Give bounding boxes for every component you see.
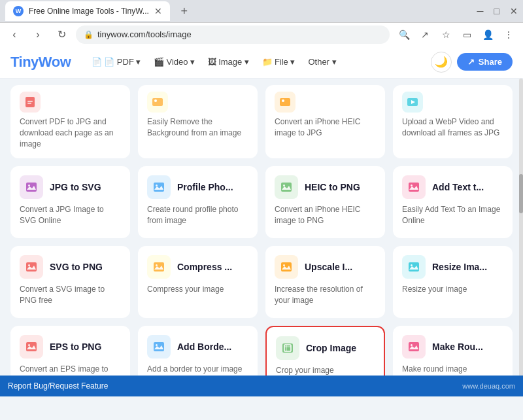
- card-resize[interactable]: Resize Ima... Resize your image: [393, 246, 513, 318]
- card-header-resize: Resize Ima...: [402, 255, 503, 279]
- scrollbar-thumb[interactable]: [519, 174, 523, 213]
- card-header-svg-to-png: SVG to PNG: [20, 255, 121, 279]
- nav-file-label: File ▾: [275, 57, 295, 67]
- card-title-make-round: Make Rou...: [432, 341, 483, 352]
- search-icon[interactable]: 🔍: [395, 26, 413, 44]
- nav-video[interactable]: 🎬Video ▾: [148, 54, 200, 69]
- card-desc-svg-to-png: Convert a SVG image to PNG free: [20, 284, 121, 306]
- card-header-profile-photo: Profile Pho...: [147, 175, 248, 199]
- back-button[interactable]: ‹: [5, 26, 24, 44]
- card-header-add-text: Add Text t...: [402, 175, 503, 199]
- nav-video-label: Video ▾: [166, 57, 195, 67]
- partial-card-webp[interactable]: Upload a WebP Video and download all fra…: [393, 85, 513, 158]
- card-title-add-border: Add Borde...: [177, 341, 231, 352]
- partial-icon-pdf: [20, 92, 41, 113]
- card-title-eps-to-png: EPS to PNG: [50, 341, 101, 352]
- card-header-add-border: Add Borde...: [147, 335, 248, 359]
- nav-file[interactable]: 📁File ▾: [257, 54, 301, 69]
- url-input[interactable]: 🔒 tinywow.com/tools/image: [76, 26, 390, 44]
- nav-pdf[interactable]: 📄📄 PDF ▾: [86, 54, 146, 69]
- svg-rect-33: [26, 342, 37, 351]
- partial-icon-heic-jpg: [275, 92, 295, 113]
- svg-point-22: [28, 264, 30, 266]
- tab-close-button[interactable]: ✕: [154, 6, 162, 16]
- svg-point-25: [156, 264, 158, 266]
- partial-card-convert-pdf[interactable]: Convert PDF to JPG and download each pag…: [10, 85, 130, 158]
- svg-point-37: [156, 344, 158, 346]
- top-partial-row: Convert PDF to JPG and download each pag…: [10, 85, 513, 158]
- partial-card-remove-bg[interactable]: Easily Remove the Background from an ima…: [138, 85, 258, 158]
- menu-icon[interactable]: ⋮: [499, 26, 518, 44]
- share-icon[interactable]: ↗: [416, 26, 434, 44]
- reload-button[interactable]: ↻: [52, 26, 71, 44]
- sidebar-icon[interactable]: ▭: [458, 26, 476, 44]
- svg-rect-24: [154, 262, 164, 271]
- site-nav: TinyWow 📄📄 PDF ▾ 🎬Video ▾ 🖼Image ▾ 📁File…: [0, 46, 523, 79]
- tools-grid: JPG to SVG Convert a JPG Image to SVG On…: [10, 166, 513, 396]
- forward-button[interactable]: ›: [29, 26, 47, 44]
- card-desc-compress: Compress your image: [147, 284, 248, 295]
- card-compress[interactable]: Compress ... Compress your image: [138, 246, 258, 318]
- site-logo[interactable]: TinyWow: [10, 54, 71, 71]
- nav-other[interactable]: Other ▾: [303, 54, 341, 69]
- svg-rect-36: [154, 342, 164, 351]
- card-desc-profile-photo: Create round profile photo from image: [147, 204, 248, 226]
- svg-rect-2: [27, 103, 31, 104]
- card-icon-compress: [147, 255, 171, 279]
- title-bar: W Free Online Image Tools - TinyW... ✕ +…: [0, 0, 523, 22]
- url-text: tinywow.com/tools/image: [97, 29, 192, 39]
- card-desc-crop-image: Crop your image: [276, 365, 375, 376]
- card-header-upscale: Upscale I...: [275, 255, 376, 279]
- address-bar: ‹ › ↻ 🔒 tinywow.com/tools/image 🔍 ↗ ☆ ▭ …: [0, 22, 523, 46]
- card-profile-photo[interactable]: Profile Pho... Create round profile phot…: [138, 166, 258, 238]
- card-jpg-to-svg[interactable]: JPG to SVG Convert a JPG Image to SVG On…: [10, 166, 130, 238]
- card-title-add-text: Add Text t...: [432, 182, 484, 192]
- new-tab-button[interactable]: +: [175, 2, 194, 20]
- card-svg-to-png[interactable]: SVG to PNG Convert a SVG image to PNG fr…: [10, 246, 130, 318]
- card-title-svg-to-png: SVG to PNG: [50, 262, 103, 272]
- nav-image[interactable]: 🖼Image ▾: [203, 54, 254, 69]
- maximize-button[interactable]: □: [494, 6, 499, 16]
- card-upscale[interactable]: Upscale I... Increase the resolution of …: [265, 246, 385, 318]
- card-title-upscale: Upscale I...: [305, 262, 352, 272]
- card-header-eps-to-png: EPS to PNG: [20, 335, 121, 359]
- share-button[interactable]: ↗ Share: [457, 53, 513, 71]
- minimize-button[interactable]: ─: [477, 6, 484, 16]
- svg-point-6: [282, 99, 284, 102]
- address-actions: 🔍 ↗ ☆ ▭ 👤 ⋮: [395, 26, 518, 44]
- card-desc-make-round: Make round image: [402, 364, 503, 375]
- theme-toggle-button[interactable]: 🌙: [431, 52, 452, 73]
- page-scrollbar[interactable]: [519, 79, 523, 396]
- card-desc-add-border: Add a border to your image: [147, 364, 248, 375]
- svg-rect-18: [409, 183, 419, 192]
- card-title-crop-image: Crop Image: [306, 343, 356, 353]
- bottom-bar: Report Bug/Request Feature www.deuaq.com: [0, 376, 523, 396]
- profile-icon[interactable]: 👤: [479, 26, 497, 44]
- logo-text: TinyWow: [10, 54, 71, 70]
- svg-point-13: [156, 184, 158, 186]
- svg-point-19: [411, 184, 413, 186]
- card-desc-upscale: Increase the resolution of your image: [275, 284, 376, 306]
- svg-rect-0: [25, 97, 35, 107]
- bookmark-icon[interactable]: ☆: [437, 26, 455, 44]
- card-icon-profile-photo: [147, 175, 171, 199]
- nav-links: 📄📄 PDF ▾ 🎬Video ▾ 🖼Image ▾ 📁File ▾ Other…: [86, 54, 341, 69]
- svg-rect-15: [281, 183, 292, 192]
- card-add-text[interactable]: Add Text t... Easily Add Text To an Imag…: [393, 166, 513, 238]
- partial-card-heic-jpg[interactable]: Convert an iPhone HEIC image to JPG: [265, 85, 385, 158]
- card-heic-to-png[interactable]: HEIC to PNG Convert an iPhone HEIC image…: [265, 166, 385, 238]
- tools-grid-area: Convert PDF to JPG and download each pag…: [0, 79, 523, 396]
- browser-tab[interactable]: W Free Online Image Tools - TinyW... ✕: [5, 1, 170, 21]
- card-icon-add-border: [147, 335, 171, 359]
- svg-rect-43: [409, 342, 419, 351]
- report-bug-label[interactable]: Report Bug/Request Feature: [8, 381, 108, 391]
- nav-pdf-label: 📄 PDF ▾: [104, 57, 141, 67]
- page-content: TinyWow 📄📄 PDF ▾ 🎬Video ▾ 🖼Image ▾ 📁File…: [0, 46, 523, 396]
- browser-frame: W Free Online Image Tools - TinyW... ✕ +…: [0, 0, 523, 46]
- svg-rect-5: [280, 98, 290, 106]
- share-icon: ↗: [467, 57, 475, 67]
- card-icon-crop-image: [276, 336, 299, 360]
- watermark: www.deuaq.com: [462, 382, 515, 390]
- close-button[interactable]: ✕: [510, 6, 518, 16]
- svg-point-10: [28, 184, 30, 186]
